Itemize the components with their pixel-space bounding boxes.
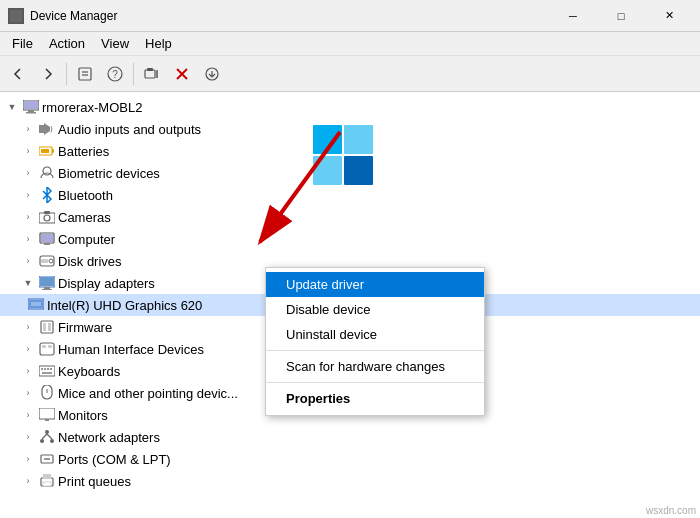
svg-rect-49 xyxy=(39,366,55,376)
tree-network[interactable]: › Network adapters xyxy=(0,426,700,448)
hid-icon xyxy=(39,341,55,357)
menu-help[interactable]: Help xyxy=(137,34,180,53)
display-label: Display adapters xyxy=(58,276,155,291)
monitors-label: Monitors xyxy=(58,408,108,423)
expand-audio[interactable]: › xyxy=(20,121,36,137)
computer-small-icon xyxy=(39,231,55,247)
forward-button[interactable] xyxy=(34,60,62,88)
expand-computer[interactable]: › xyxy=(20,231,36,247)
bluetooth-label: Bluetooth xyxy=(58,188,113,203)
ctx-update-driver[interactable]: Update driver xyxy=(266,272,484,297)
tree-batteries[interactable]: › Batteries xyxy=(0,140,700,162)
svg-rect-5 xyxy=(79,68,91,80)
update-button[interactable] xyxy=(198,60,226,88)
title-bar-controls: ─ □ ✕ xyxy=(550,1,692,31)
expand-display[interactable]: ▼ xyxy=(20,275,36,291)
ctx-properties[interactable]: Properties xyxy=(266,386,484,411)
ctx-separator-2 xyxy=(266,382,484,383)
firmware-label: Firmware xyxy=(58,320,112,335)
expand-firmware[interactable]: › xyxy=(20,319,36,335)
toolbar: ? xyxy=(0,56,700,92)
cameras-label: Cameras xyxy=(58,210,111,225)
ports-label: Ports (COM & LPT) xyxy=(58,452,171,467)
tree-root[interactable]: ▼ rmorerax-MOBL2 xyxy=(0,96,700,118)
svg-rect-50 xyxy=(41,368,43,370)
svg-rect-1 xyxy=(11,11,15,15)
svg-point-60 xyxy=(40,439,44,443)
properties-button[interactable] xyxy=(71,60,99,88)
disk-icon xyxy=(39,253,55,269)
printer-icon xyxy=(39,473,55,489)
svg-rect-4 xyxy=(17,17,21,21)
svg-rect-45 xyxy=(48,323,51,331)
menu-view[interactable]: View xyxy=(93,34,137,53)
svg-rect-48 xyxy=(48,345,52,348)
keyboard-icon xyxy=(39,363,55,379)
title-bar: Device Manager ─ □ ✕ xyxy=(0,0,700,32)
expand-batteries[interactable]: › xyxy=(20,143,36,159)
svg-rect-24 xyxy=(52,149,54,153)
svg-rect-43 xyxy=(41,321,53,333)
svg-rect-10 xyxy=(145,70,155,78)
maximize-button[interactable]: □ xyxy=(598,1,644,31)
ctx-scan-hardware[interactable]: Scan for hardware changes xyxy=(266,354,484,379)
mice-label: Mice and other pointing devic... xyxy=(58,386,238,401)
expand-monitors[interactable]: › xyxy=(20,407,36,423)
menu-bar: File Action View Help xyxy=(0,32,700,56)
svg-point-59 xyxy=(45,430,49,434)
svg-rect-11 xyxy=(147,68,153,71)
expand-printq[interactable]: › xyxy=(20,473,36,489)
svg-rect-52 xyxy=(47,368,49,370)
toolbar-separator-1 xyxy=(66,63,67,85)
tree-bluetooth[interactable]: › Bluetooth xyxy=(0,184,700,206)
svg-rect-22 xyxy=(39,125,44,133)
svg-text:?: ? xyxy=(112,69,118,80)
expand-cameras[interactable]: › xyxy=(20,209,36,225)
tree-computer[interactable]: › Computer xyxy=(0,228,700,250)
svg-rect-68 xyxy=(43,482,51,486)
expand-network[interactable]: › xyxy=(20,429,36,445)
expand-mice[interactable]: › xyxy=(20,385,36,401)
svg-rect-19 xyxy=(24,101,38,109)
context-menu: Update driver Disable device Uninstall d… xyxy=(265,267,485,416)
svg-rect-65 xyxy=(44,458,50,460)
expand-bluetooth[interactable]: › xyxy=(20,187,36,203)
tree-biometric[interactable]: › Biometric devices xyxy=(0,162,700,184)
expand-root[interactable]: ▼ xyxy=(4,99,20,115)
computer-label: Computer xyxy=(58,232,115,247)
tree-cameras[interactable]: › Cameras xyxy=(0,206,700,228)
network-icon xyxy=(39,429,55,445)
hid-label: Human Interface Devices xyxy=(58,342,204,357)
back-button[interactable] xyxy=(4,60,32,88)
svg-rect-42 xyxy=(31,302,41,306)
expand-disk[interactable]: › xyxy=(20,253,36,269)
minimize-button[interactable]: ─ xyxy=(550,1,596,31)
tree-audio[interactable]: › Audio inputs and outputs xyxy=(0,118,700,140)
svg-rect-37 xyxy=(40,277,54,286)
menu-file[interactable]: File xyxy=(4,34,41,53)
biometric-label: Biometric devices xyxy=(58,166,160,181)
mouse-icon xyxy=(39,385,55,401)
svg-rect-31 xyxy=(41,234,53,242)
menu-action[interactable]: Action xyxy=(41,34,93,53)
camera-icon xyxy=(39,209,55,225)
scan-button[interactable] xyxy=(138,60,166,88)
expand-keyboards[interactable]: › xyxy=(20,363,36,379)
svg-rect-39 xyxy=(42,289,52,290)
close-button[interactable]: ✕ xyxy=(646,1,692,31)
help-button[interactable]: ? xyxy=(101,60,129,88)
tree-ports[interactable]: › Ports (COM & LPT) xyxy=(0,448,700,470)
expand-ports[interactable]: › xyxy=(20,451,36,467)
expand-biometric[interactable]: › xyxy=(20,165,36,181)
ctx-uninstall-device[interactable]: Uninstall device xyxy=(266,322,484,347)
network-label: Network adapters xyxy=(58,430,160,445)
uninstall-button[interactable] xyxy=(168,60,196,88)
expand-hid[interactable]: › xyxy=(20,341,36,357)
svg-rect-47 xyxy=(42,345,46,348)
disk-label: Disk drives xyxy=(58,254,122,269)
tree-printq[interactable]: › Print queues xyxy=(0,470,700,492)
ctx-disable-device[interactable]: Disable device xyxy=(266,297,484,322)
svg-rect-29 xyxy=(44,211,50,214)
gpu-icon xyxy=(28,297,44,313)
audio-icon xyxy=(39,121,55,137)
